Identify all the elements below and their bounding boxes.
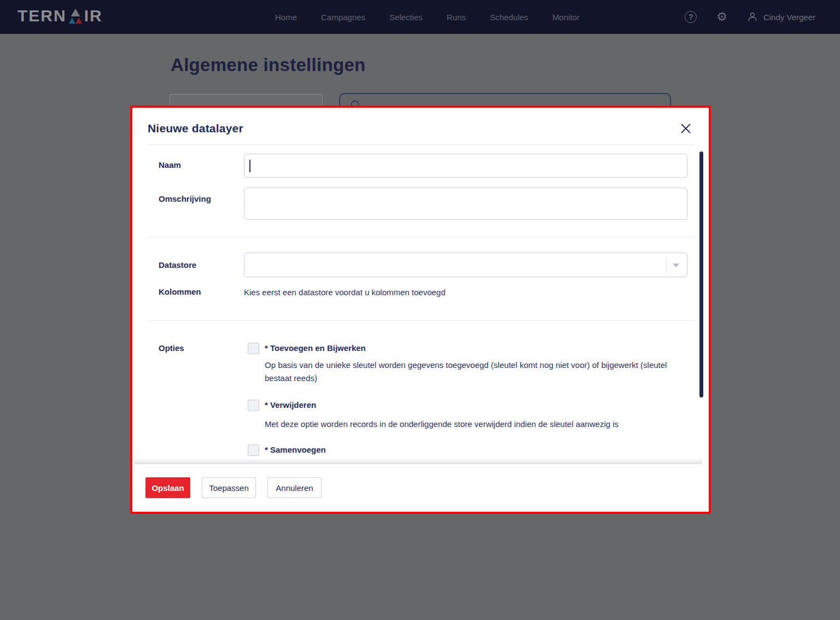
cancel-button[interactable]: Annuleren [267,477,322,498]
nav-item-schedules[interactable]: Schedules [490,13,528,22]
user-icon [747,11,758,22]
naam-label: Naam [159,160,181,169]
text-cursor [249,160,250,172]
user-name: Cindy Vergeer [763,13,815,22]
page-title: Algemene instellingen [171,55,366,75]
nav-item-campagnes[interactable]: Campagnes [321,13,365,22]
section-divider [148,320,695,321]
omschrijving-textarea[interactable] [244,188,687,220]
ternair-logo[interactable]: TERN IR [18,7,103,25]
settings-gear-icon[interactable]: ⚙ [716,11,727,23]
kolommen-hint: Kies eerst een datastore voordat u kolom… [244,288,446,297]
datastore-select[interactable] [244,253,687,277]
modal-footer: Opslaan Toepassen Annuleren [132,464,709,512]
nav-item-runs[interactable]: Runs [447,13,466,22]
nav-item-selecties[interactable]: Selecties [389,13,423,22]
nieuwe-datalayer-modal: Nieuwe datalayer Naam Omschrijving Datas… [130,106,711,514]
logo-text-left: TERN [18,7,67,25]
option-label: * Samenvoegen [265,445,326,454]
save-button[interactable]: Opslaan [145,477,190,498]
option-label: * Verwijderen [265,400,316,410]
user-menu[interactable]: Cindy Vergeer [747,11,815,22]
select-separator [666,258,667,273]
top-navigation-bar: TERN IR Home Campagnes Selecties Runs Sc… [0,0,840,34]
omschrijving-label: Omschrijving [159,194,211,203]
datastore-label: Datastore [159,260,196,270]
option-description: Met deze optie worden records in de onde… [265,418,685,431]
naam-input[interactable] [244,154,687,178]
section-divider [148,237,695,237]
apply-button[interactable]: Toepassen [202,477,256,498]
scroll-fade [135,458,702,464]
checkbox-verwijderen[interactable] [248,400,259,411]
modal-title: Nieuwe datalayer [148,122,243,135]
modal-scrollbar[interactable] [699,151,703,397]
help-icon[interactable]: ? [685,11,697,23]
main-nav: Home Campagnes Selecties Runs Schedules … [275,0,580,34]
nav-item-home[interactable]: Home [275,13,297,22]
nav-right-section: ? ⚙ Cindy Vergeer [685,0,815,34]
chevron-down-icon [673,264,679,267]
checkbox-samenvoegen[interactable] [248,444,259,456]
logo-triangle-icon [67,8,84,25]
logo-text-right: IR [84,7,103,25]
opties-label: Opties [159,343,184,353]
kolommen-label: Kolommen [159,287,201,296]
close-icon[interactable] [680,123,691,134]
checkbox-toevoegen-bijwerken[interactable] [248,343,259,354]
nav-item-monitor[interactable]: Monitor [552,13,580,22]
option-label: * Toevoegen en Bijwerken [265,343,366,353]
option-description: Op basis van de unieke sleutel worden ge… [265,359,685,385]
title-divider [148,144,695,145]
